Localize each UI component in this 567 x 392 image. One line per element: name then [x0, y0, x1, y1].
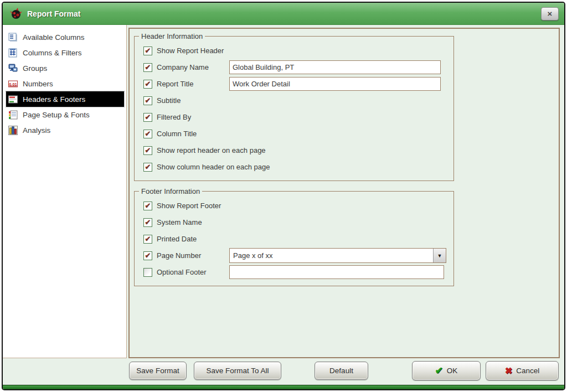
show-report-footer-checkbox[interactable]: ✔	[143, 202, 152, 210]
checkbox-label: Filtered By	[157, 113, 191, 121]
report-header-each-page-checkbox[interactable]: ✔	[143, 146, 152, 155]
sidebar-item-columns-filters[interactable]: Columns & Filters	[6, 45, 124, 60]
check-icon: ✔	[435, 365, 443, 376]
sidebar-item-label: Analysis	[23, 126, 50, 135]
chevron-down-icon[interactable]: ▼	[433, 249, 446, 262]
header-information-title: Header Information	[139, 32, 205, 40]
settings-panel: Header Information ✔ Show Report Header …	[128, 28, 560, 358]
option-row: ✔ System Name	[143, 215, 450, 230]
button-bar: Save Format Save Format To All Default ✔…	[3, 358, 564, 385]
option-row: ✔ Column Title	[143, 126, 450, 141]
sidebar-item-numbers[interactable]: 0.01 Numbers	[6, 76, 124, 91]
sidebar-item-label: Numbers	[23, 80, 53, 88]
sidebar-item-label: Groups	[23, 64, 47, 73]
printed-date-checkbox[interactable]: ✔	[143, 235, 152, 244]
option-row: ✔ Subtitle	[143, 93, 450, 108]
subtitle-checkbox[interactable]: ✔	[143, 96, 152, 105]
option-row: ✔ Company Name	[143, 60, 450, 75]
page-number-dropdown[interactable]: Page x of xx ▼	[229, 248, 446, 263]
checkbox-label: Column Title	[157, 130, 197, 138]
option-row: ✔ Show column header on each page	[143, 159, 450, 174]
footer-information-group: Footer Information ✔ Show Report Footer …	[134, 187, 454, 286]
dropdown-selected-value: Page x of xx	[230, 251, 433, 260]
save-format-to-all-button[interactable]: Save Format To All	[194, 362, 281, 380]
computer-icon	[8, 64, 18, 73]
cancel-label: Cancel	[516, 367, 539, 375]
option-row: Optional Footer	[143, 265, 450, 280]
list-icon	[8, 33, 18, 42]
option-row: ✔ Report Title	[143, 76, 450, 91]
column-header-each-page-checkbox[interactable]: ✔	[143, 163, 152, 172]
cancel-button[interactable]: ✖ Cancel	[486, 361, 559, 380]
checkbox-label: Show column header on each page	[157, 163, 270, 171]
sidebar-item-available-columns[interactable]: Available Columns	[6, 29, 124, 45]
sidebar-item-page-setup-fonts[interactable]: Page Setup & Fonts	[6, 107, 124, 122]
window-title: Report Format	[27, 9, 80, 18]
footer-information-title: Footer Information	[139, 187, 202, 195]
checkbox-label: Company Name	[157, 63, 229, 71]
save-format-label: Save Format	[136, 367, 179, 375]
svg-text:0.01: 0.01	[9, 81, 17, 86]
bar-chart-icon	[8, 126, 18, 135]
sidebar-item-label: Columns & Filters	[23, 49, 82, 57]
optional-footer-checkbox[interactable]	[143, 268, 152, 277]
column-title-checkbox[interactable]: ✔	[143, 130, 152, 138]
sidebar-item-label: Available Columns	[23, 33, 85, 42]
company-name-checkbox[interactable]: ✔	[143, 63, 152, 72]
option-row: ✔ Show Report Footer	[143, 198, 450, 213]
checkbox-label: Show report header on each page	[157, 146, 266, 154]
page-setup-icon	[8, 110, 18, 120]
page-number-checkbox[interactable]: ✔	[143, 251, 152, 260]
checkbox-label: Optional Footer	[157, 268, 229, 276]
report-format-dialog: Report Format × Available Columns	[2, 2, 565, 390]
report-title-checkbox[interactable]: ✔	[143, 80, 152, 89]
sidebar-item-analysis[interactable]: Analysis	[6, 122, 124, 138]
show-report-header-checkbox[interactable]: ✔	[143, 47, 152, 55]
checkbox-label: Report Title	[157, 80, 229, 88]
default-label: Default	[329, 367, 353, 375]
ok-button[interactable]: ✔ OK	[412, 361, 481, 380]
optional-footer-input[interactable]	[229, 265, 444, 279]
option-row: ✔ Printed Date	[143, 231, 450, 246]
title-bar: Report Format ×	[3, 3, 564, 25]
close-button[interactable]: ×	[541, 7, 559, 20]
option-row: ✔ Show report header on each page	[143, 143, 450, 158]
option-row: ✔ Show Report Header	[143, 43, 450, 58]
sidebar-item-headers-footers[interactable]: Headers & Footers	[6, 91, 124, 107]
sidebar-item-label: Page Setup & Fonts	[23, 111, 90, 119]
decimal-number-icon: 0.01	[8, 79, 18, 89]
company-name-input[interactable]	[229, 60, 441, 74]
checkbox-label: Subtitle	[157, 96, 181, 105]
header-footer-icon	[8, 95, 18, 104]
window-bottom-strip	[3, 385, 564, 389]
sidebar-item-label: Headers & Footers	[23, 95, 85, 104]
filtered-by-checkbox[interactable]: ✔	[143, 113, 152, 122]
checkbox-label: Printed Date	[157, 235, 197, 243]
checkbox-label: System Name	[157, 218, 202, 226]
header-information-group: Header Information ✔ Show Report Header …	[134, 32, 454, 181]
checkbox-label: Show Report Header	[157, 47, 224, 55]
checkbox-label: Page Number	[157, 251, 229, 260]
save-format-to-all-label: Save Format To All	[206, 367, 269, 375]
app-bug-icon	[9, 7, 23, 20]
option-row: ✔ Page Number Page x of xx ▼	[143, 248, 450, 263]
report-title-input[interactable]	[229, 77, 441, 91]
default-button[interactable]: Default	[315, 362, 368, 380]
x-icon: ✖	[505, 365, 512, 376]
sidebar-item-groups[interactable]: Groups	[6, 60, 124, 76]
grid-hash-icon	[8, 48, 18, 58]
category-sidebar: Available Columns Columns & Filters	[3, 25, 127, 358]
save-format-button[interactable]: Save Format	[129, 362, 187, 380]
option-row: ✔ Filtered By	[143, 110, 450, 125]
system-name-checkbox[interactable]: ✔	[143, 218, 152, 227]
checkbox-label: Show Report Footer	[157, 202, 221, 210]
ok-label: OK	[447, 367, 458, 375]
dialog-body: Available Columns Columns & Filters	[3, 25, 564, 358]
